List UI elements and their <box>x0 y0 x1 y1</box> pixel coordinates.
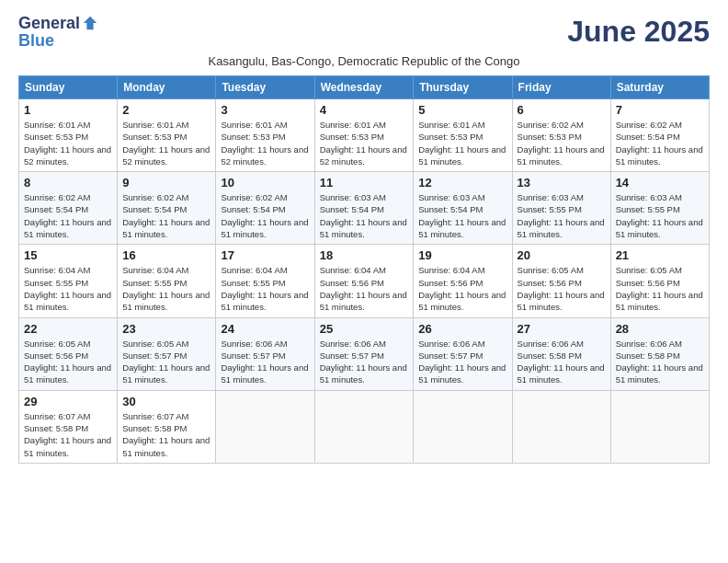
day-number: 8 <box>24 176 112 190</box>
calendar-cell: 16 Sunrise: 6:04 AMSunset: 5:55 PMDaylig… <box>118 245 216 317</box>
calendar-cell: 19 Sunrise: 6:04 AMSunset: 5:56 PMDaylig… <box>414 245 512 317</box>
weekday-header-sunday: Sunday <box>19 76 118 99</box>
calendar-cell: 8 Sunrise: 6:02 AMSunset: 5:54 PMDayligh… <box>19 172 118 245</box>
calendar-cell: 24 Sunrise: 6:06 AMSunset: 5:57 PMDaylig… <box>216 317 314 390</box>
day-number: 24 <box>221 322 309 336</box>
month-title: June 2025 <box>567 15 710 49</box>
day-number: 10 <box>221 176 309 190</box>
day-number: 13 <box>518 176 606 190</box>
logo-general-text: General <box>18 15 80 31</box>
calendar-cell: 14 Sunrise: 6:03 AMSunset: 5:55 PMDaylig… <box>610 172 709 245</box>
day-info: Sunrise: 6:04 AMSunset: 5:56 PMDaylight:… <box>418 264 506 313</box>
day-info: Sunrise: 6:01 AMSunset: 5:53 PMDaylight:… <box>418 119 506 167</box>
day-number: 30 <box>122 395 210 408</box>
day-info: Sunrise: 6:06 AMSunset: 5:57 PMDaylight:… <box>320 338 409 386</box>
day-number: 2 <box>122 103 210 117</box>
day-number: 29 <box>24 395 112 408</box>
calendar-cell: 23 Sunrise: 6:05 AMSunset: 5:57 PMDaylig… <box>118 317 216 390</box>
logo-blue-text: Blue <box>18 31 54 51</box>
calendar-week-4: 22 Sunrise: 6:05 AMSunset: 5:56 PMDaylig… <box>19 317 710 390</box>
day-number: 20 <box>518 248 606 262</box>
day-number: 1 <box>24 103 112 117</box>
day-info: Sunrise: 6:02 AMSunset: 5:54 PMDaylight:… <box>122 191 210 240</box>
day-number: 23 <box>122 322 210 336</box>
calendar-cell: 2 Sunrise: 6:01 AMSunset: 5:53 PMDayligh… <box>118 99 216 172</box>
subtitle: Kasangulu, Bas-Congo, Democratic Republi… <box>18 54 710 68</box>
weekday-header-friday: Friday <box>512 76 610 99</box>
day-info: Sunrise: 6:06 AMSunset: 5:58 PMDaylight:… <box>616 338 704 386</box>
calendar-week-5: 29 Sunrise: 6:07 AMSunset: 5:58 PMDaylig… <box>19 390 710 463</box>
calendar-cell: 28 Sunrise: 6:06 AMSunset: 5:58 PMDaylig… <box>610 317 709 390</box>
day-info: Sunrise: 6:01 AMSunset: 5:53 PMDaylight:… <box>122 119 210 167</box>
day-number: 7 <box>616 103 704 117</box>
calendar-cell: 29 Sunrise: 6:07 AMSunset: 5:58 PMDaylig… <box>19 390 118 463</box>
day-info: Sunrise: 6:05 AMSunset: 5:56 PMDaylight:… <box>616 264 704 313</box>
calendar-cell: 20 Sunrise: 6:05 AMSunset: 5:56 PMDaylig… <box>512 245 610 317</box>
day-info: Sunrise: 6:03 AMSunset: 5:55 PMDaylight:… <box>616 191 704 240</box>
calendar-cell <box>512 390 610 463</box>
day-number: 17 <box>221 248 309 262</box>
calendar-cell: 7 Sunrise: 6:02 AMSunset: 5:54 PMDayligh… <box>610 99 709 172</box>
day-number: 15 <box>24 248 112 262</box>
day-info: Sunrise: 6:03 AMSunset: 5:54 PMDaylight:… <box>418 191 506 240</box>
day-number: 21 <box>616 248 704 262</box>
calendar-cell: 6 Sunrise: 6:02 AMSunset: 5:53 PMDayligh… <box>512 99 610 172</box>
day-number: 5 <box>418 103 506 117</box>
day-info: Sunrise: 6:07 AMSunset: 5:58 PMDaylight:… <box>24 410 112 459</box>
calendar-week-2: 8 Sunrise: 6:02 AMSunset: 5:54 PMDayligh… <box>19 172 710 245</box>
calendar-cell: 22 Sunrise: 6:05 AMSunset: 5:56 PMDaylig… <box>19 317 118 390</box>
day-info: Sunrise: 6:02 AMSunset: 5:54 PMDaylight:… <box>24 191 112 240</box>
weekday-header-tuesday: Tuesday <box>216 76 314 99</box>
calendar-cell: 12 Sunrise: 6:03 AMSunset: 5:54 PMDaylig… <box>414 172 512 245</box>
day-number: 12 <box>418 176 506 190</box>
day-number: 4 <box>320 103 409 117</box>
day-info: Sunrise: 6:02 AMSunset: 5:54 PMDaylight:… <box>221 191 309 240</box>
calendar-week-1: 1 Sunrise: 6:01 AMSunset: 5:53 PMDayligh… <box>19 99 710 172</box>
day-number: 25 <box>320 322 409 336</box>
day-info: Sunrise: 6:06 AMSunset: 5:58 PMDaylight:… <box>518 338 606 386</box>
weekday-header-thursday: Thursday <box>414 76 512 99</box>
calendar-cell: 10 Sunrise: 6:02 AMSunset: 5:54 PMDaylig… <box>216 172 314 245</box>
weekday-header-saturday: Saturday <box>610 76 709 99</box>
calendar-cell: 4 Sunrise: 6:01 AMSunset: 5:53 PMDayligh… <box>314 99 414 172</box>
day-number: 27 <box>518 322 606 336</box>
day-info: Sunrise: 6:05 AMSunset: 5:56 PMDaylight:… <box>24 338 112 386</box>
day-number: 3 <box>221 103 309 117</box>
weekday-header-wednesday: Wednesday <box>314 76 414 99</box>
day-info: Sunrise: 6:06 AMSunset: 5:57 PMDaylight:… <box>221 338 309 386</box>
calendar-cell: 25 Sunrise: 6:06 AMSunset: 5:57 PMDaylig… <box>314 317 414 390</box>
calendar-cell: 9 Sunrise: 6:02 AMSunset: 5:54 PMDayligh… <box>118 172 216 245</box>
calendar-cell: 5 Sunrise: 6:01 AMSunset: 5:53 PMDayligh… <box>414 99 512 172</box>
day-info: Sunrise: 6:03 AMSunset: 5:55 PMDaylight:… <box>518 191 606 240</box>
calendar-cell <box>414 390 512 463</box>
day-number: 18 <box>320 248 409 262</box>
day-info: Sunrise: 6:01 AMSunset: 5:53 PMDaylight:… <box>320 119 409 167</box>
calendar-cell: 3 Sunrise: 6:01 AMSunset: 5:53 PMDayligh… <box>216 99 314 172</box>
day-number: 9 <box>122 176 210 190</box>
day-info: Sunrise: 6:02 AMSunset: 5:54 PMDaylight:… <box>616 119 704 167</box>
calendar-cell: 21 Sunrise: 6:05 AMSunset: 5:56 PMDaylig… <box>610 245 709 317</box>
calendar-cell: 1 Sunrise: 6:01 AMSunset: 5:53 PMDayligh… <box>19 99 118 172</box>
day-number: 16 <box>122 248 210 262</box>
calendar-cell: 18 Sunrise: 6:04 AMSunset: 5:56 PMDaylig… <box>314 245 414 317</box>
logo-icon <box>82 15 98 31</box>
weekday-header-monday: Monday <box>118 76 216 99</box>
day-number: 19 <box>418 248 506 262</box>
calendar-cell <box>216 390 314 463</box>
day-info: Sunrise: 6:05 AMSunset: 5:57 PMDaylight:… <box>122 338 210 386</box>
day-info: Sunrise: 6:01 AMSunset: 5:53 PMDaylight:… <box>221 119 309 167</box>
day-info: Sunrise: 6:02 AMSunset: 5:53 PMDaylight:… <box>518 119 606 167</box>
day-number: 28 <box>616 322 704 336</box>
calendar-cell: 13 Sunrise: 6:03 AMSunset: 5:55 PMDaylig… <box>512 172 610 245</box>
day-info: Sunrise: 6:06 AMSunset: 5:57 PMDaylight:… <box>418 338 506 386</box>
calendar-cell: 17 Sunrise: 6:04 AMSunset: 5:55 PMDaylig… <box>216 245 314 317</box>
calendar-cell <box>314 390 414 463</box>
day-number: 26 <box>418 322 506 336</box>
day-info: Sunrise: 6:04 AMSunset: 5:55 PMDaylight:… <box>24 264 112 313</box>
calendar-cell: 30 Sunrise: 6:07 AMSunset: 5:58 PMDaylig… <box>118 390 216 463</box>
day-number: 22 <box>24 322 112 336</box>
day-number: 14 <box>616 176 704 190</box>
day-number: 6 <box>518 103 606 117</box>
logo: General Blue <box>18 15 98 51</box>
day-info: Sunrise: 6:05 AMSunset: 5:56 PMDaylight:… <box>518 264 606 313</box>
